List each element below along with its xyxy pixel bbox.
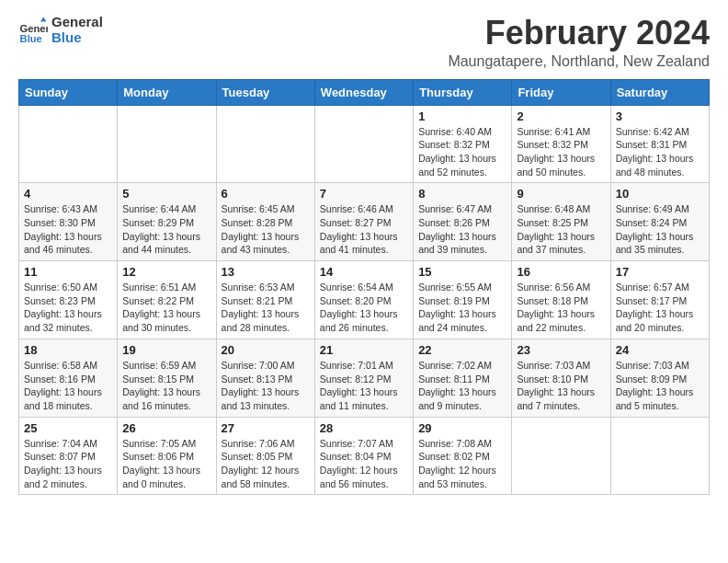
cell-info: Sunrise: 6:59 AM Sunset: 8:15 PM Dayligh… — [122, 359, 210, 413]
calendar-cell: 14Sunrise: 6:54 AM Sunset: 8:20 PM Dayli… — [314, 261, 413, 339]
week-row-1: 1Sunrise: 6:40 AM Sunset: 8:32 PM Daylig… — [19, 105, 710, 183]
week-row-2: 4Sunrise: 6:43 AM Sunset: 8:30 PM Daylig… — [19, 183, 710, 261]
calendar-cell: 17Sunrise: 6:57 AM Sunset: 8:17 PM Dayli… — [610, 261, 709, 339]
calendar-cell: 12Sunrise: 6:51 AM Sunset: 8:22 PM Dayli… — [118, 261, 216, 339]
calendar-cell: 20Sunrise: 7:00 AM Sunset: 8:13 PM Dayli… — [216, 339, 314, 417]
cell-day-number: 17 — [616, 265, 704, 279]
cell-day-number: 2 — [517, 109, 605, 123]
logo-text-general: General — [51, 15, 103, 30]
logo: General Blue General Blue — [18, 15, 103, 45]
calendar-cell: 11Sunrise: 6:50 AM Sunset: 8:23 PM Dayli… — [19, 261, 118, 339]
cell-info: Sunrise: 6:41 AM Sunset: 8:32 PM Dayligh… — [517, 125, 605, 179]
page-header: General Blue General Blue February 2024 … — [18, 15, 710, 70]
calendar-cell: 6Sunrise: 6:45 AM Sunset: 8:28 PM Daylig… — [216, 183, 314, 261]
cell-day-number: 7 — [320, 187, 408, 201]
calendar-cell: 19Sunrise: 6:59 AM Sunset: 8:15 PM Dayli… — [118, 339, 216, 417]
calendar-cell — [19, 105, 118, 183]
weekday-header-tuesday: Tuesday — [216, 79, 314, 105]
calendar-cell: 22Sunrise: 7:02 AM Sunset: 8:11 PM Dayli… — [414, 339, 512, 417]
location-title: Maungatapere, Northland, New Zealand — [448, 53, 710, 70]
cell-day-number: 10 — [616, 187, 704, 201]
cell-day-number: 8 — [418, 187, 506, 201]
calendar-cell — [216, 105, 314, 183]
cell-day-number: 13 — [222, 265, 310, 279]
calendar-cell: 1Sunrise: 6:40 AM Sunset: 8:32 PM Daylig… — [414, 105, 512, 183]
calendar-cell: 5Sunrise: 6:44 AM Sunset: 8:29 PM Daylig… — [118, 183, 216, 261]
cell-info: Sunrise: 7:02 AM Sunset: 8:11 PM Dayligh… — [418, 359, 506, 413]
cell-day-number: 5 — [122, 187, 210, 201]
cell-info: Sunrise: 6:48 AM Sunset: 8:25 PM Dayligh… — [517, 202, 605, 257]
cell-info: Sunrise: 6:47 AM Sunset: 8:26 PM Dayligh… — [418, 202, 506, 257]
cell-day-number: 11 — [24, 265, 112, 279]
calendar-cell — [610, 417, 709, 495]
title-area: February 2024 Maungatapere, Northland, N… — [448, 15, 710, 70]
cell-day-number: 14 — [320, 265, 408, 279]
cell-info: Sunrise: 7:05 AM Sunset: 8:06 PM Dayligh… — [122, 437, 210, 491]
cell-info: Sunrise: 6:50 AM Sunset: 8:23 PM Dayligh… — [24, 281, 112, 335]
calendar-cell: 27Sunrise: 7:06 AM Sunset: 8:05 PM Dayli… — [216, 417, 314, 495]
cell-info: Sunrise: 7:08 AM Sunset: 8:02 PM Dayligh… — [418, 437, 506, 491]
calendar-cell: 23Sunrise: 7:03 AM Sunset: 8:10 PM Dayli… — [512, 339, 610, 417]
cell-info: Sunrise: 6:55 AM Sunset: 8:19 PM Dayligh… — [418, 281, 506, 335]
calendar-cell: 8Sunrise: 6:47 AM Sunset: 8:26 PM Daylig… — [414, 183, 512, 261]
calendar-cell — [314, 105, 413, 183]
calendar-cell: 10Sunrise: 6:49 AM Sunset: 8:24 PM Dayli… — [610, 183, 709, 261]
weekday-header-monday: Monday — [118, 79, 216, 105]
cell-day-number: 20 — [222, 343, 310, 357]
calendar-cell: 24Sunrise: 7:03 AM Sunset: 8:09 PM Dayli… — [610, 339, 709, 417]
logo-text-blue: Blue — [51, 30, 103, 46]
cell-info: Sunrise: 7:01 AM Sunset: 8:12 PM Dayligh… — [320, 359, 408, 413]
cell-day-number: 15 — [418, 265, 506, 279]
calendar-cell: 29Sunrise: 7:08 AM Sunset: 8:02 PM Dayli… — [414, 417, 512, 495]
cell-day-number: 22 — [418, 343, 506, 357]
cell-day-number: 1 — [418, 109, 506, 123]
cell-info: Sunrise: 6:42 AM Sunset: 8:31 PM Dayligh… — [616, 125, 704, 179]
weekday-header-saturday: Saturday — [610, 79, 709, 105]
calendar-cell: 21Sunrise: 7:01 AM Sunset: 8:12 PM Dayli… — [314, 339, 413, 417]
cell-info: Sunrise: 7:03 AM Sunset: 8:09 PM Dayligh… — [616, 359, 704, 413]
cell-day-number: 18 — [24, 343, 112, 357]
cell-info: Sunrise: 6:44 AM Sunset: 8:29 PM Dayligh… — [122, 202, 210, 257]
cell-day-number: 29 — [418, 421, 506, 435]
cell-info: Sunrise: 7:04 AM Sunset: 8:07 PM Dayligh… — [24, 437, 112, 491]
weekday-header-thursday: Thursday — [414, 79, 512, 105]
calendar-cell — [512, 417, 610, 495]
cell-day-number: 28 — [320, 421, 408, 435]
cell-day-number: 23 — [517, 343, 605, 357]
svg-text:General: General — [20, 22, 48, 33]
calendar-cell: 28Sunrise: 7:07 AM Sunset: 8:04 PM Dayli… — [314, 417, 413, 495]
cell-info: Sunrise: 7:07 AM Sunset: 8:04 PM Dayligh… — [320, 437, 408, 491]
week-row-5: 25Sunrise: 7:04 AM Sunset: 8:07 PM Dayli… — [19, 417, 710, 495]
calendar-cell: 3Sunrise: 6:42 AM Sunset: 8:31 PM Daylig… — [610, 105, 709, 183]
calendar-table: SundayMondayTuesdayWednesdayThursdayFrid… — [18, 79, 710, 496]
weekday-header-sunday: Sunday — [19, 79, 118, 105]
calendar-cell: 16Sunrise: 6:56 AM Sunset: 8:18 PM Dayli… — [512, 261, 610, 339]
cell-day-number: 9 — [517, 187, 605, 201]
cell-day-number: 16 — [517, 265, 605, 279]
calendar-cell: 18Sunrise: 6:58 AM Sunset: 8:16 PM Dayli… — [19, 339, 118, 417]
cell-day-number: 4 — [24, 187, 112, 201]
cell-info: Sunrise: 6:45 AM Sunset: 8:28 PM Dayligh… — [222, 202, 310, 257]
cell-day-number: 24 — [616, 343, 704, 357]
cell-day-number: 19 — [122, 343, 210, 357]
cell-info: Sunrise: 6:40 AM Sunset: 8:32 PM Dayligh… — [418, 125, 506, 179]
svg-text:Blue: Blue — [20, 32, 42, 43]
week-row-4: 18Sunrise: 6:58 AM Sunset: 8:16 PM Dayli… — [19, 339, 710, 417]
calendar-cell: 9Sunrise: 6:48 AM Sunset: 8:25 PM Daylig… — [512, 183, 610, 261]
cell-day-number: 3 — [616, 109, 704, 123]
cell-day-number: 6 — [222, 187, 310, 201]
cell-info: Sunrise: 6:57 AM Sunset: 8:17 PM Dayligh… — [616, 281, 704, 335]
cell-info: Sunrise: 7:00 AM Sunset: 8:13 PM Dayligh… — [222, 359, 310, 413]
calendar-cell: 25Sunrise: 7:04 AM Sunset: 8:07 PM Dayli… — [19, 417, 118, 495]
month-title: February 2024 — [448, 15, 710, 52]
calendar-cell: 2Sunrise: 6:41 AM Sunset: 8:32 PM Daylig… — [512, 105, 610, 183]
calendar-cell: 4Sunrise: 6:43 AM Sunset: 8:30 PM Daylig… — [19, 183, 118, 261]
calendar-cell: 7Sunrise: 6:46 AM Sunset: 8:27 PM Daylig… — [314, 183, 413, 261]
cell-info: Sunrise: 7:03 AM Sunset: 8:10 PM Dayligh… — [517, 359, 605, 413]
cell-info: Sunrise: 6:43 AM Sunset: 8:30 PM Dayligh… — [24, 202, 112, 257]
calendar-cell: 13Sunrise: 6:53 AM Sunset: 8:21 PM Dayli… — [216, 261, 314, 339]
cell-info: Sunrise: 6:58 AM Sunset: 8:16 PM Dayligh… — [24, 359, 112, 413]
cell-day-number: 27 — [222, 421, 310, 435]
cell-day-number: 21 — [320, 343, 408, 357]
calendar-cell: 26Sunrise: 7:05 AM Sunset: 8:06 PM Dayli… — [118, 417, 216, 495]
